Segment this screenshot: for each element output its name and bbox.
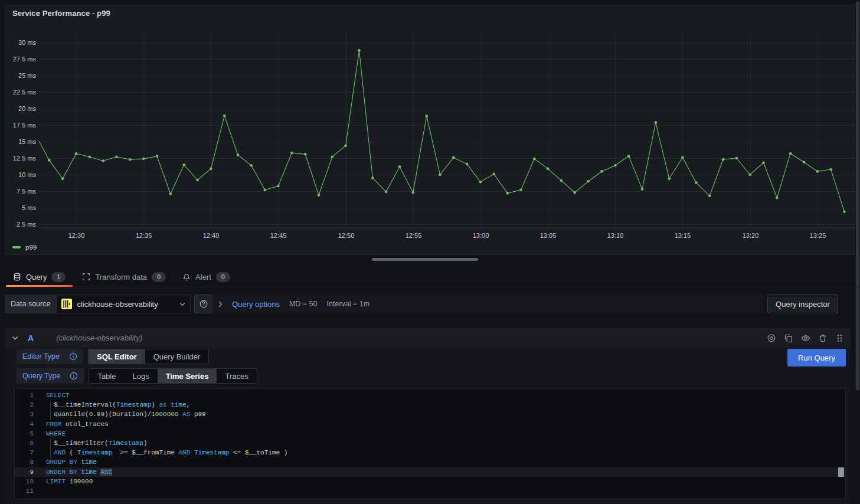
query-datasource-hint: (clickhouse-observability) (56, 333, 142, 342)
y-tick-label: 5 ms (22, 204, 36, 211)
datasource-row: Data source clickhouse-observability (5, 294, 213, 313)
chevron-right-icon[interactable] (218, 301, 223, 307)
y-tick-label: 12.5 ms (13, 155, 37, 162)
tab-query-count: 1 (51, 272, 66, 282)
query-type-option-traces[interactable]: Traces (217, 369, 256, 383)
remove-query-trash-icon[interactable] (818, 333, 828, 343)
query-inspector-button[interactable]: Query inspector (767, 294, 838, 313)
query-type-option-logs[interactable]: Logs (124, 369, 157, 383)
datasource-selected-value: clickhouse-observability (77, 300, 175, 309)
x-tick-label: 13:20 (743, 232, 759, 239)
y-tick-label: 17.5 ms (13, 122, 37, 129)
tab-alert-count: 0 (216, 272, 230, 282)
horizontal-scrollbar-thumb[interactable] (372, 258, 478, 261)
y-tick-label: 22.5 ms (13, 89, 37, 96)
info-circle-icon[interactable] (70, 372, 78, 380)
query-type-option-table[interactable]: Table (89, 369, 124, 383)
run-query-button[interactable]: Run Query (787, 349, 846, 366)
hide-response-eye-icon[interactable] (801, 333, 810, 343)
datasource-help-button[interactable] (194, 294, 213, 313)
x-tick-label: 12:40 (203, 232, 220, 239)
tab-transform-count: 0 (152, 272, 166, 282)
x-tick-label: 13:10 (607, 232, 624, 239)
x-tick-label: 13:15 (675, 232, 691, 239)
x-tick-label: 12:55 (406, 232, 422, 239)
y-tick-label: 7.5 ms (17, 188, 37, 195)
line-number: 3 (15, 410, 34, 419)
clickhouse-logo-icon (61, 299, 72, 309)
query-type-group: TableLogsTime SeriesTraces (89, 368, 257, 384)
line-number: 8 (15, 457, 34, 467)
code-line-11: 11 (15, 486, 845, 496)
query-type-row: Query Type TableLogsTime SeriesTraces (17, 368, 257, 384)
chevron-down-icon (179, 302, 185, 306)
line-number: 2 (15, 400, 34, 410)
legend-swatch (12, 246, 21, 248)
line-number: 10 (15, 477, 34, 486)
code-line-1: 1SELECT (15, 391, 845, 400)
x-tick-label: 13:00 (473, 232, 489, 239)
x-tick-label: 12:50 (338, 232, 355, 239)
collapse-chevron-icon[interactable] (12, 336, 18, 341)
editor-type-group: SQL EditorQuery Builder (88, 349, 209, 364)
legend-label: p99 (25, 244, 37, 251)
query-row-actions (767, 333, 843, 343)
tab-transform-label: Transform data (95, 273, 147, 282)
duplicate-query-icon[interactable] (784, 333, 793, 343)
line-number: 7 (15, 448, 34, 457)
x-tick-label: 13:05 (540, 232, 557, 239)
query-type-label-chip: Query Type (17, 368, 84, 384)
info-circle-icon[interactable] (69, 352, 77, 361)
code-line-8: 8GROUP BY time (15, 457, 845, 467)
max-data-points-value: MD = 50 (289, 300, 318, 308)
tab-transform-data[interactable]: Transform data 0 (74, 267, 174, 287)
x-tick-label: 12:45 (270, 232, 287, 239)
editor-tabs-bar: Query 1 Transform data 0 Alert 0 (0, 267, 860, 287)
datasource-picker[interactable]: clickhouse-observability (56, 294, 191, 313)
tab-query-label: Query (26, 273, 47, 282)
line-number: 11 (15, 486, 34, 496)
y-tick-label: 2.5 ms (17, 221, 37, 228)
editor-type-option-query-builder[interactable]: Query Builder (145, 349, 208, 364)
panel-title[interactable]: Service Performance - p99 (12, 9, 110, 18)
transform-icon (82, 273, 90, 281)
database-icon (13, 273, 21, 281)
y-tick-label: 15 ms (18, 138, 36, 145)
datasource-label: Data source (5, 294, 56, 313)
line-number: 4 (15, 420, 34, 429)
line-number: 5 (15, 429, 34, 438)
series-points-p99 (48, 49, 846, 213)
code-line-9: 9ORDER BY time ASC (15, 467, 845, 477)
code-line-3: 3 quantile(0.99)(Duration)/1000000 AS p9… (15, 410, 845, 419)
query-ref-id: A (28, 333, 34, 343)
query-type-label: Query Type (22, 372, 60, 380)
y-tick-label: 20 ms (18, 105, 36, 112)
drag-handle-grip-icon[interactable] (835, 333, 843, 343)
code-line-4: 4FROM otel_traces (15, 420, 845, 429)
code-line-10: 10LIMIT 100000 (15, 477, 845, 486)
x-tick-label: 12:35 (136, 232, 152, 239)
y-tick-label: 25 ms (18, 72, 36, 79)
grid-lines (39, 34, 855, 228)
disable-query-icon[interactable] (767, 333, 776, 343)
editor-type-option-sql-editor[interactable]: SQL Editor (89, 349, 145, 364)
bell-icon (182, 273, 191, 281)
editor-type-row: Editor Type SQL EditorQuery Builder (17, 349, 209, 364)
x-tick-label: 13:25 (810, 232, 826, 239)
tab-query[interactable]: Query 1 (5, 267, 74, 287)
page-scrollbar-thumb[interactable] (856, 1, 859, 391)
legend-item-p99[interactable]: p99 (12, 244, 37, 251)
query-type-option-time-series[interactable]: Time Series (158, 369, 217, 383)
line-number: 6 (15, 438, 34, 448)
tab-alert[interactable]: Alert 0 (174, 267, 238, 287)
series-line-p99 (36, 50, 845, 211)
text-cursor (838, 467, 844, 477)
code-lines: 1SELECT2 $__timeInterval(Timestamp) as t… (15, 391, 845, 496)
y-tick-label: 10 ms (18, 171, 36, 178)
query-options-strip: Query options MD = 50 Interval = 1m (212, 294, 764, 313)
editor-type-label: Editor Type (22, 352, 60, 361)
line-number: 1 (15, 391, 34, 400)
query-options-link[interactable]: Query options (232, 300, 280, 309)
y-tick-label: 30 ms (18, 39, 36, 46)
sql-editor[interactable]: 1SELECT2 $__timeInterval(Timestamp) as t… (14, 388, 846, 499)
